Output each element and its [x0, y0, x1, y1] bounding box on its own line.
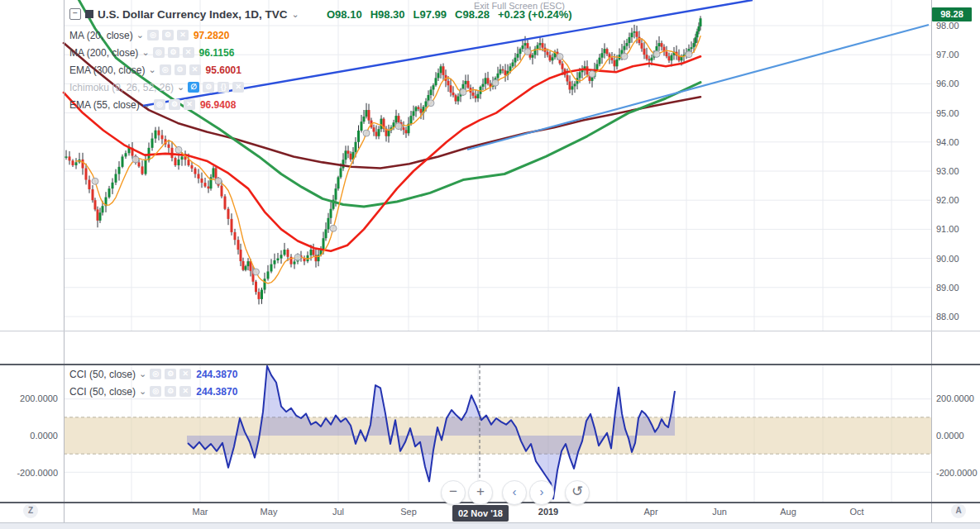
indicator-label[interactable]: EMA (55, close)	[69, 99, 140, 111]
indicator-label[interactable]: MA (200, close)	[69, 47, 138, 59]
ohlc-low: L97.99	[414, 8, 447, 21]
price-axis-label: 97.00	[936, 50, 959, 60]
time-axis-label: Sep	[400, 507, 417, 517]
cci-axis-label-right: 200.0000	[936, 393, 974, 403]
visibility-icon[interactable]: ◎	[150, 386, 161, 397]
indicator-row[interactable]: EMA (300, close)⌄◎⚙✕95.6001	[69, 61, 244, 79]
cci-indicator-row[interactable]: CCI (50, close)⌄◎⚙✕244.3870	[69, 383, 237, 400]
indicator-row[interactable]: EMA (55, close)⌄◎⚙✕96.9408	[69, 96, 244, 113]
reset-chart-button[interactable]: ↺	[565, 480, 590, 505]
left-axis-border	[64, 0, 65, 522]
timezone-button[interactable]: Z	[23, 503, 38, 518]
visibility-icon[interactable]: ◎	[147, 30, 159, 41]
main-pane-divider[interactable]	[0, 331, 980, 331]
price-axis-label: 88.00	[936, 312, 959, 322]
chevron-down-icon[interactable]: ⌄	[141, 47, 149, 58]
last-price-badge: 98.28	[932, 7, 972, 21]
chevron-down-icon[interactable]: ⌄	[136, 30, 144, 41]
price-axis-label: 91.00	[936, 224, 959, 234]
price-axis-label: 89.00	[936, 283, 959, 293]
scroll-right-button[interactable]: ›	[529, 480, 554, 505]
tradingview-fullscreen-chart: − U.S. Dollar Currency Index, 1D, TVC ⌄ …	[0, 0, 980, 529]
cci-indicator-label[interactable]: CCI (50, close)	[69, 369, 136, 380]
ohlc-high: H98.30	[370, 8, 405, 21]
chevron-down-icon[interactable]: ⌄	[139, 369, 146, 379]
chevron-down-icon[interactable]: ⌄	[148, 64, 155, 75]
price-axis-label: 98.00	[936, 21, 959, 31]
auto-scale-button[interactable]: A	[951, 503, 966, 518]
indicator-row[interactable]: MA (200, close)⌄◎⚙✕96.1156	[69, 44, 244, 61]
indicator-row[interactable]: MA (20, close)⌄◎⚙✕97.2820	[69, 26, 244, 44]
cci-axis-label-left: 0.0000	[0, 431, 58, 441]
remove-icon[interactable]: ✕	[183, 47, 194, 58]
settings-icon[interactable]: ⚙	[168, 47, 179, 58]
indicator-value: 96.1156	[199, 47, 235, 59]
cci-axis-label-left: 200.0000	[0, 393, 58, 403]
cci-axis-label-left: -200.0000	[0, 468, 58, 478]
chevron-down-icon[interactable]: ⌄	[143, 99, 151, 110]
cci-indicator-row[interactable]: CCI (50, close)⌄◎⚙✕244.3870	[69, 365, 237, 383]
time-axis-label: Jun	[712, 507, 727, 517]
visibility-icon[interactable]: ◎	[154, 99, 165, 110]
time-axis-label: Apr	[643, 507, 657, 517]
cci-axis-label-right: 0.0000	[936, 431, 964, 441]
price-axis-label: 96.00	[936, 79, 959, 88]
settings-icon[interactable]: ⚙	[203, 82, 214, 93]
settings-icon[interactable]: ⚙	[165, 369, 176, 379]
cci-indicator-value: 244.3870	[196, 369, 237, 380]
settings-icon[interactable]: ⚙	[169, 99, 180, 110]
visibility-icon[interactable]: ◎	[150, 369, 161, 379]
visibility-icon[interactable]: ∅	[188, 82, 199, 93]
time-axis-label: Jul	[332, 507, 344, 517]
date-marker-badge: 02 Nov '18	[452, 505, 509, 522]
bottom-strip	[0, 523, 980, 529]
remove-icon[interactable]: ✕	[232, 82, 244, 93]
ohlc-open: O98.10	[327, 8, 362, 21]
time-axis-label: Mar	[193, 507, 208, 517]
settings-icon[interactable]: ⚙	[174, 64, 186, 75]
indicator-label[interactable]: MA (20, close)	[69, 30, 133, 41]
price-axis-label: 95.00	[936, 108, 959, 118]
time-axis-label: Oct	[849, 507, 863, 517]
cci-indicator-label[interactable]: CCI (50, close)	[69, 386, 136, 398]
indicator-value: 95.6001	[206, 64, 241, 76]
chevron-down-icon[interactable]: ⌄	[292, 9, 299, 20]
time-axis-label: 2019	[538, 507, 558, 517]
scroll-left-button[interactable]: ‹	[502, 480, 527, 505]
settings-icon[interactable]: ⚙	[165, 386, 176, 397]
indicator-legend: MA (20, close)⌄◎⚙✕97.2820MA (200, close)…	[69, 26, 244, 113]
time-axis-border	[0, 502, 980, 503]
time-axis-label: May	[261, 507, 278, 517]
symbol-title[interactable]: U.S. Dollar Currency Index, 1D, TVC	[98, 8, 288, 21]
remove-icon[interactable]: ✕	[177, 30, 189, 41]
price-axis-label: 92.00	[936, 195, 959, 205]
zoom-in-button[interactable]: +	[468, 480, 493, 505]
zoom-out-button[interactable]: −	[441, 480, 466, 505]
settings-icon[interactable]: ⚙	[162, 30, 174, 41]
indicator-label[interactable]: Ichimoku (9, 26, 52, 26)	[69, 82, 174, 93]
visibility-icon[interactable]: ◎	[160, 64, 171, 75]
price-axis-label: 90.00	[936, 254, 959, 264]
remove-icon[interactable]: ✕	[179, 386, 191, 397]
cci-legend: CCI (50, close)⌄◎⚙✕244.3870CCI (50, clos…	[69, 365, 237, 400]
indicator-value: 96.9408	[200, 99, 236, 111]
visibility-icon[interactable]: ◎	[153, 47, 165, 58]
indicator-row[interactable]: Ichimoku (9, 26, 52, 26)⌄∅⚙{}✕	[69, 79, 244, 96]
remove-icon[interactable]: ✕	[189, 64, 201, 75]
indicator-value: 97.2820	[194, 30, 229, 41]
exit-fullscreen-hint: Exit Full Screen (ESC)	[474, 1, 565, 11]
cci-axis-label-right: -200.0000	[936, 468, 978, 478]
source-code-icon[interactable]: {}	[218, 82, 229, 93]
chevron-down-icon[interactable]: ⌄	[139, 386, 146, 397]
symbol-swatch-icon	[85, 10, 93, 18]
price-axis-label: 94.00	[936, 137, 959, 147]
collapse-legend-icon[interactable]: −	[69, 8, 81, 20]
symbol-title-row: − U.S. Dollar Currency Index, 1D, TVC ⌄	[69, 7, 299, 21]
cci-indicator-value: 244.3870	[196, 386, 237, 398]
right-axis-border	[931, 0, 932, 522]
remove-icon[interactable]: ✕	[184, 99, 195, 110]
indicator-label[interactable]: EMA (300, close)	[69, 64, 145, 76]
price-axis-label: 93.00	[936, 166, 959, 176]
remove-icon[interactable]: ✕	[179, 369, 191, 379]
chevron-down-icon[interactable]: ⌄	[177, 82, 184, 93]
